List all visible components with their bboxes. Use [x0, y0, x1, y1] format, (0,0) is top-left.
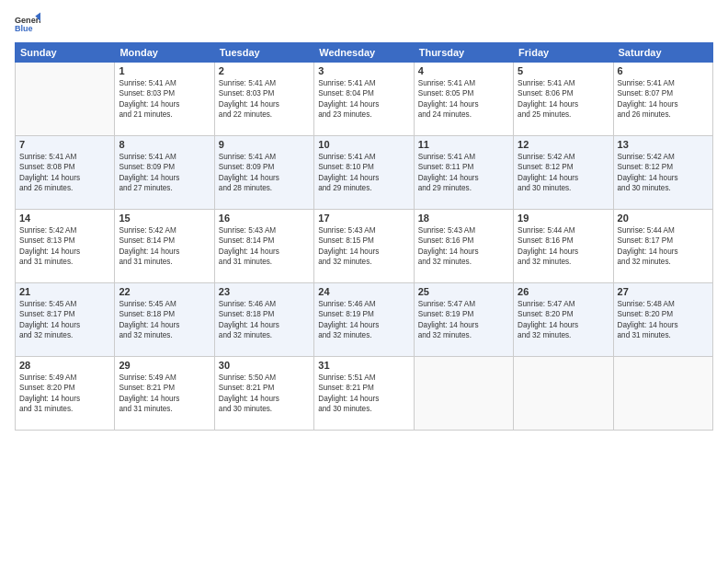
- day-info: Sunrise: 5:44 AM Sunset: 8:16 PM Dayligh…: [518, 225, 609, 268]
- day-info: Sunrise: 5:46 AM Sunset: 8:18 PM Dayligh…: [219, 299, 310, 341]
- day-info: Sunrise: 5:41 AM Sunset: 8:08 PM Dayligh…: [19, 152, 110, 194]
- day-number: 17: [318, 213, 409, 224]
- weekday-header-thursday: Thursday: [414, 43, 513, 63]
- day-number: 14: [19, 213, 110, 224]
- day-number: 30: [219, 360, 310, 371]
- day-number: 20: [618, 213, 709, 224]
- day-number: 3: [318, 65, 409, 76]
- day-info: Sunrise: 5:42 AM Sunset: 8:12 PM Dayligh…: [618, 152, 709, 194]
- calendar-cell: 17Sunrise: 5:43 AM Sunset: 8:15 PM Dayli…: [314, 210, 414, 283]
- day-number: 18: [418, 213, 509, 224]
- day-info: Sunrise: 5:41 AM Sunset: 8:04 PM Dayligh…: [318, 78, 409, 121]
- day-info: Sunrise: 5:43 AM Sunset: 8:15 PM Dayligh…: [318, 225, 409, 268]
- logo: General Blue: [15, 11, 44, 37]
- day-number: 25: [418, 286, 509, 297]
- svg-text:Blue: Blue: [15, 24, 33, 33]
- day-info: Sunrise: 5:44 AM Sunset: 8:17 PM Dayligh…: [618, 225, 709, 268]
- day-info: Sunrise: 5:41 AM Sunset: 8:07 PM Dayligh…: [618, 78, 709, 121]
- day-number: 9: [219, 139, 310, 150]
- week-row-2: 7Sunrise: 5:41 AM Sunset: 8:08 PM Daylig…: [16, 136, 713, 210]
- calendar-cell: [16, 63, 115, 136]
- calendar-cell: 2Sunrise: 5:41 AM Sunset: 8:03 PM Daylig…: [214, 63, 313, 136]
- day-info: Sunrise: 5:47 AM Sunset: 8:19 PM Dayligh…: [418, 299, 509, 341]
- calendar-cell: 28Sunrise: 5:49 AM Sunset: 8:20 PM Dayli…: [16, 357, 115, 431]
- calendar-cell: 14Sunrise: 5:42 AM Sunset: 8:13 PM Dayli…: [16, 210, 115, 283]
- day-info: Sunrise: 5:42 AM Sunset: 8:14 PM Dayligh…: [119, 225, 210, 268]
- day-info: Sunrise: 5:47 AM Sunset: 8:20 PM Dayligh…: [518, 299, 609, 341]
- weekday-header-wednesday: Wednesday: [314, 43, 414, 63]
- calendar-cell: 9Sunrise: 5:41 AM Sunset: 8:09 PM Daylig…: [214, 136, 313, 210]
- weekday-header-friday: Friday: [514, 43, 613, 63]
- calendar-cell: 22Sunrise: 5:45 AM Sunset: 8:18 PM Dayli…: [115, 283, 214, 357]
- day-number: 12: [518, 139, 609, 150]
- calendar-cell: 23Sunrise: 5:46 AM Sunset: 8:18 PM Dayli…: [214, 283, 313, 357]
- day-number: 1: [119, 65, 210, 76]
- page: General Blue SundayMondayTuesdayWednesda…: [0, 0, 728, 563]
- day-info: Sunrise: 5:41 AM Sunset: 8:09 PM Dayligh…: [119, 152, 210, 194]
- day-number: 28: [19, 360, 110, 371]
- weekday-header-sunday: Sunday: [16, 43, 115, 63]
- day-number: 31: [318, 360, 409, 371]
- calendar-body: 1Sunrise: 5:41 AM Sunset: 8:03 PM Daylig…: [16, 63, 713, 431]
- calendar-cell: 8Sunrise: 5:41 AM Sunset: 8:09 PM Daylig…: [115, 136, 214, 210]
- day-number: 5: [518, 65, 609, 76]
- day-number: 29: [119, 360, 210, 371]
- day-number: 11: [418, 139, 509, 150]
- header: General Blue: [15, 11, 713, 37]
- day-info: Sunrise: 5:41 AM Sunset: 8:10 PM Dayligh…: [318, 152, 409, 194]
- day-number: 4: [418, 65, 509, 76]
- day-number: 8: [119, 139, 210, 150]
- day-number: 26: [518, 286, 609, 297]
- calendar-cell: 7Sunrise: 5:41 AM Sunset: 8:08 PM Daylig…: [16, 136, 115, 210]
- calendar-cell: 24Sunrise: 5:46 AM Sunset: 8:19 PM Dayli…: [314, 283, 414, 357]
- week-row-5: 28Sunrise: 5:49 AM Sunset: 8:20 PM Dayli…: [16, 357, 713, 431]
- day-info: Sunrise: 5:51 AM Sunset: 8:21 PM Dayligh…: [318, 373, 409, 415]
- calendar-cell: 19Sunrise: 5:44 AM Sunset: 8:16 PM Dayli…: [514, 210, 613, 283]
- weekday-header-row: SundayMondayTuesdayWednesdayThursdayFrid…: [16, 43, 713, 63]
- day-number: 6: [618, 65, 709, 76]
- week-row-1: 1Sunrise: 5:41 AM Sunset: 8:03 PM Daylig…: [16, 63, 713, 136]
- calendar-cell: [613, 357, 712, 431]
- day-info: Sunrise: 5:41 AM Sunset: 8:06 PM Dayligh…: [518, 78, 609, 121]
- day-number: 24: [318, 286, 409, 297]
- day-info: Sunrise: 5:42 AM Sunset: 8:13 PM Dayligh…: [19, 225, 110, 268]
- day-number: 22: [119, 286, 210, 297]
- calendar-header: SundayMondayTuesdayWednesdayThursdayFrid…: [16, 43, 713, 63]
- day-info: Sunrise: 5:41 AM Sunset: 8:03 PM Dayligh…: [119, 78, 210, 121]
- day-info: Sunrise: 5:45 AM Sunset: 8:17 PM Dayligh…: [19, 299, 110, 341]
- day-info: Sunrise: 5:46 AM Sunset: 8:19 PM Dayligh…: [318, 299, 409, 341]
- calendar-cell: 31Sunrise: 5:51 AM Sunset: 8:21 PM Dayli…: [314, 357, 414, 431]
- calendar-cell: 10Sunrise: 5:41 AM Sunset: 8:10 PM Dayli…: [314, 136, 414, 210]
- day-info: Sunrise: 5:50 AM Sunset: 8:21 PM Dayligh…: [219, 373, 310, 415]
- calendar-cell: 25Sunrise: 5:47 AM Sunset: 8:19 PM Dayli…: [414, 283, 513, 357]
- day-info: Sunrise: 5:43 AM Sunset: 8:14 PM Dayligh…: [219, 225, 310, 268]
- calendar-cell: 16Sunrise: 5:43 AM Sunset: 8:14 PM Dayli…: [214, 210, 313, 283]
- day-info: Sunrise: 5:41 AM Sunset: 8:09 PM Dayligh…: [219, 152, 310, 194]
- calendar-cell: 4Sunrise: 5:41 AM Sunset: 8:05 PM Daylig…: [414, 63, 513, 136]
- calendar-table: SundayMondayTuesdayWednesdayThursdayFrid…: [15, 42, 713, 431]
- day-number: 16: [219, 213, 310, 224]
- day-number: 19: [518, 213, 609, 224]
- calendar-cell: 15Sunrise: 5:42 AM Sunset: 8:14 PM Dayli…: [115, 210, 214, 283]
- calendar-cell: 3Sunrise: 5:41 AM Sunset: 8:04 PM Daylig…: [314, 63, 414, 136]
- day-number: 15: [119, 213, 210, 224]
- weekday-header-tuesday: Tuesday: [214, 43, 313, 63]
- week-row-3: 14Sunrise: 5:42 AM Sunset: 8:13 PM Dayli…: [16, 210, 713, 283]
- day-info: Sunrise: 5:41 AM Sunset: 8:05 PM Dayligh…: [418, 78, 509, 121]
- calendar-cell: 30Sunrise: 5:50 AM Sunset: 8:21 PM Dayli…: [214, 357, 313, 431]
- calendar-cell: 27Sunrise: 5:48 AM Sunset: 8:20 PM Dayli…: [613, 283, 712, 357]
- day-number: 7: [19, 139, 110, 150]
- day-number: 27: [618, 286, 709, 297]
- calendar-cell: 1Sunrise: 5:41 AM Sunset: 8:03 PM Daylig…: [115, 63, 214, 136]
- calendar-cell: 6Sunrise: 5:41 AM Sunset: 8:07 PM Daylig…: [613, 63, 712, 136]
- weekday-header-saturday: Saturday: [613, 43, 712, 63]
- day-number: 21: [19, 286, 110, 297]
- day-number: 2: [219, 65, 310, 76]
- week-row-4: 21Sunrise: 5:45 AM Sunset: 8:17 PM Dayli…: [16, 283, 713, 357]
- day-info: Sunrise: 5:45 AM Sunset: 8:18 PM Dayligh…: [119, 299, 210, 341]
- day-info: Sunrise: 5:49 AM Sunset: 8:21 PM Dayligh…: [119, 373, 210, 415]
- calendar-cell: 20Sunrise: 5:44 AM Sunset: 8:17 PM Dayli…: [613, 210, 712, 283]
- day-info: Sunrise: 5:41 AM Sunset: 8:11 PM Dayligh…: [418, 152, 509, 194]
- day-number: 23: [219, 286, 310, 297]
- calendar-cell: 12Sunrise: 5:42 AM Sunset: 8:12 PM Dayli…: [514, 136, 613, 210]
